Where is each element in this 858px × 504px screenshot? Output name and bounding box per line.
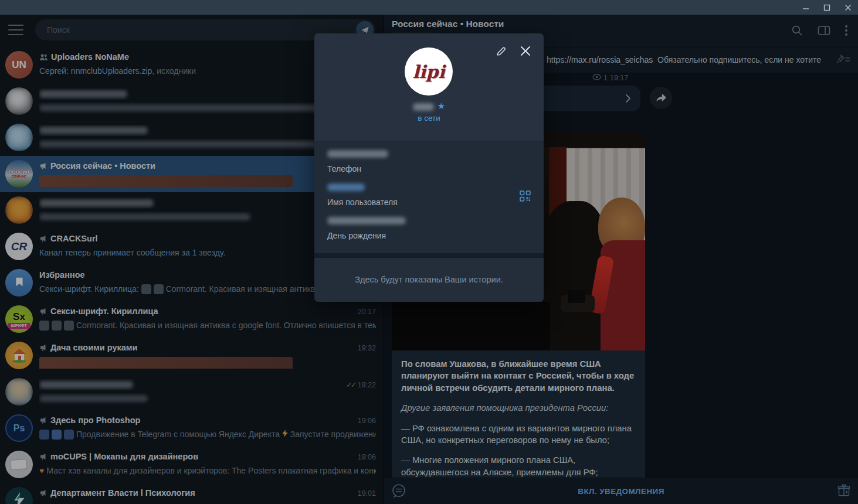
profile-avatar[interactable]: lipi	[405, 47, 453, 96]
phone-label: Телефон	[327, 164, 388, 173]
avatar: CR	[5, 233, 33, 260]
birthday-value-blurred	[327, 217, 406, 224]
mockup-card-icon	[10, 459, 27, 470]
avatar	[5, 269, 33, 297]
megaphone-icon	[39, 307, 48, 317]
chat-preview: Продвижение в Telegram с помощью Яндекс …	[76, 430, 280, 439]
avatar	[5, 451, 33, 478]
megaphone-icon	[39, 416, 48, 426]
message-thumbnail	[39, 175, 293, 187]
chat-title: Россия сейчас • Новости	[392, 19, 504, 29]
chat-list-item-blurred-4[interactable]: ✓✓19:22	[0, 374, 384, 410]
views-eye-icon	[592, 74, 601, 82]
chat-list-item-departament[interactable]: Департамент Власти l Психология 19:01	[0, 483, 384, 504]
megaphone-icon	[39, 162, 48, 172]
pinned-list-icon[interactable]	[836, 53, 851, 70]
stories-hint: Здесь будут показаны Ваши истории.	[314, 258, 544, 302]
avatar: SxШРИФТ	[5, 305, 33, 333]
birthday-label: День рождения	[327, 231, 406, 240]
avatar	[5, 196, 33, 224]
username-field[interactable]: Имя пользователя	[327, 182, 398, 207]
chat-name: Избранное	[39, 270, 85, 280]
chat-list-item-photoshop[interactable]: Ps Здесь про Photoshop Продвижение в Tel…	[0, 410, 384, 447]
blurred-preview	[39, 104, 330, 111]
lightning-emoji	[282, 430, 288, 439]
username-label: Имя пользователя	[327, 197, 398, 207]
avatar	[5, 342, 33, 369]
chat-list-item-dacha[interactable]: Дача своими руками Бюджетное аптечное ср…	[0, 338, 384, 374]
megaphone-icon	[39, 343, 48, 353]
chat-list-item-mocups[interactable]: moCUPS | Мокапы для дизайнеров ♥Маст хэв…	[0, 447, 384, 483]
maximize-button[interactable]	[817, 0, 837, 15]
message-thumbnail	[154, 284, 164, 294]
blurred-name	[39, 127, 148, 134]
chat-time: 20:17	[358, 308, 376, 316]
avatar: UN	[5, 51, 33, 79]
avatar: Ps	[5, 414, 33, 442]
blurred-name	[39, 199, 154, 207]
avatar	[5, 378, 33, 406]
minimize-button[interactable]	[796, 0, 816, 15]
discussion-icon[interactable]	[390, 482, 408, 502]
unmute-button[interactable]: ВКЛ. УВЕДОМЛЕНИЯ	[384, 478, 858, 504]
close-button[interactable]	[838, 0, 858, 15]
forward-button[interactable]	[650, 87, 672, 109]
post-text: По словам Ушакова, в ближайшее время США…	[392, 350, 645, 488]
chat-name: CRACKSurl	[50, 234, 98, 243]
chat-preview: Cormorant. Красивая и изящная антиква с …	[76, 321, 376, 330]
chat-name: Uploaders NoNaMe	[51, 52, 129, 62]
avatar	[5, 87, 33, 115]
close-icon[interactable]	[518, 43, 533, 59]
chat-time: 19:06	[358, 417, 376, 425]
message-time: 19:17	[610, 74, 628, 82]
megaphone-icon	[39, 489, 48, 499]
chat-name: Дача своими руками	[50, 343, 137, 352]
search-input[interactable]	[46, 19, 304, 40]
post-paragraph: По словам Ушакова, в ближайшее время США…	[401, 358, 636, 394]
channel-footer: ВКЛ. УВЕДОМЛЕНИЯ	[384, 478, 858, 504]
chat-preview: Маст хэв каналы для дизайнеров и криэйто…	[46, 466, 376, 475]
blurred-preview	[39, 213, 250, 220]
blurred-preview	[39, 395, 148, 402]
phone-field[interactable]: Телефон	[327, 148, 388, 173]
blurred-preview	[39, 141, 344, 148]
profile-fields: Телефон Имя пользователя День рождения	[314, 141, 544, 253]
lightning-logo-icon	[13, 492, 26, 504]
online-status: в сети	[314, 114, 544, 122]
premium-star-icon: ★	[438, 101, 445, 111]
menu-icon[interactable]	[8, 25, 23, 36]
chat-name: Здесь про Photoshop	[50, 416, 140, 425]
post-paragraph: Другие заявления помощника президента Ро…	[401, 402, 636, 414]
profile-modal: lipi ★ в сети Телефон Имя пользователя	[314, 33, 544, 302]
orange-heart-emoji: ♥	[39, 466, 44, 475]
username-value-blurred	[327, 183, 365, 191]
forward-source: Секси-шрифт. Кириллица:	[39, 284, 139, 294]
chat-time: 19:06	[358, 453, 376, 461]
group-icon	[39, 53, 48, 63]
megaphone-icon	[39, 234, 48, 244]
section-divider	[314, 253, 544, 258]
message-thumbnail	[141, 284, 151, 294]
edit-profile-icon[interactable]	[493, 43, 508, 59]
avatar	[5, 124, 33, 151]
chat-time: 19:01	[358, 489, 376, 498]
chat-time: 19:22	[358, 381, 376, 389]
avatar	[5, 487, 33, 504]
chat-name: Секси-шрифт. Кириллица	[50, 307, 158, 316]
window-titlebar	[0, 0, 858, 15]
kebab-menu-icon[interactable]	[839, 23, 853, 38]
read-checks-icon: ✓✓	[346, 380, 355, 389]
toggle-sidebar-icon[interactable]	[817, 23, 831, 38]
chat-name: moCUPS | Мокапы для дизайнеров	[50, 452, 198, 461]
message-meta: 1 19:17	[592, 74, 639, 82]
pinned-link[interactable]: https://max.ru/rossia_seichas	[547, 55, 653, 64]
post-paragraph: — Многие положения мирного плана США, об…	[401, 454, 636, 478]
house-icon	[11, 346, 28, 365]
chat-list-item-sexyfont[interactable]: SxШРИФТ Секси-шрифт. Кириллица Cormorant…	[0, 301, 384, 338]
birthday-field[interactable]: День рождения	[327, 215, 406, 240]
gift-icon[interactable]	[837, 483, 851, 500]
post-paragraph: — РФ ознакомлена с одним из вариантов ми…	[401, 423, 636, 447]
chevron-right-icon	[625, 94, 631, 105]
qr-code-icon[interactable]	[520, 190, 531, 204]
search-icon[interactable]	[790, 23, 804, 38]
